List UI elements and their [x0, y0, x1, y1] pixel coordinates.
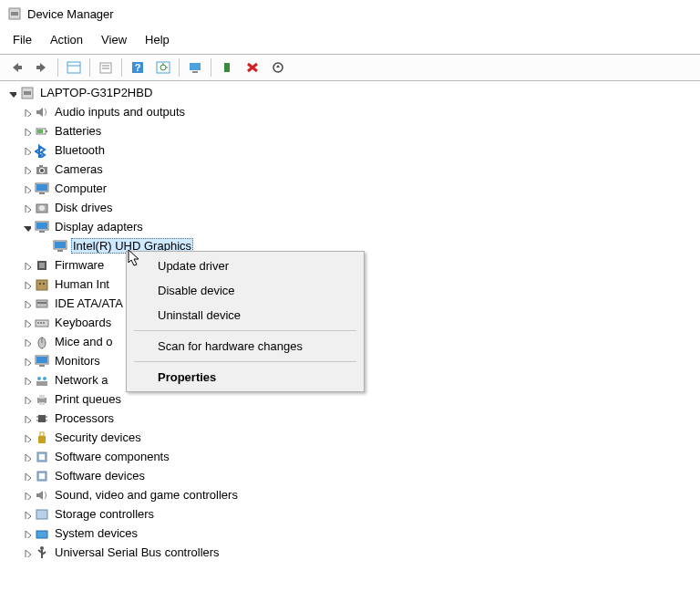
category-label[interactable]: Monitors: [53, 353, 102, 368]
tree-category[interactable]: Audio inputs and outputs: [5, 102, 700, 121]
context-uninstall-device[interactable]: Uninstall device: [129, 303, 362, 327]
tree-category[interactable]: Cameras: [5, 160, 700, 179]
tree-category[interactable]: Universal Serial Bus controllers: [5, 543, 700, 562]
category-label[interactable]: Human Int: [53, 276, 111, 292]
category-label[interactable]: Audio inputs and outputs: [53, 104, 187, 119]
category-label[interactable]: Sound, video and game controllers: [53, 487, 240, 503]
category-label[interactable]: Universal Serial Bus controllers: [53, 545, 221, 560]
enable-device-button[interactable]: [214, 57, 240, 78]
tree-root[interactable]: LAPTOP-G31P2HBD: [5, 83, 700, 102]
menu-action[interactable]: Action: [41, 31, 92, 48]
menu-view[interactable]: View: [92, 31, 136, 48]
expander-open-icon[interactable]: [20, 223, 33, 232]
root-label[interactable]: LAPTOP-G31P2HBD: [38, 85, 154, 100]
category-label[interactable]: Processors: [53, 410, 116, 426]
expander-closed-icon[interactable]: [20, 165, 33, 174]
category-label[interactable]: Mice and o: [53, 334, 115, 349]
svg-rect-62: [190, 63, 201, 70]
tree-category[interactable]: Storage controllers: [5, 504, 700, 524]
tree-category[interactable]: Sound, video and game controllers: [5, 485, 700, 504]
expander-closed-icon[interactable]: [20, 491, 33, 500]
device-tree[interactable]: LAPTOP-G31P2HBD Audio inputs and outputs…: [0, 81, 700, 562]
expander-closed-icon[interactable]: [20, 395, 33, 404]
category-label[interactable]: Network a: [53, 372, 110, 388]
context-update-driver[interactable]: Update driver: [129, 254, 362, 278]
software-icon: [35, 469, 49, 483]
uninstall-button[interactable]: [240, 57, 265, 78]
context-properties[interactable]: Properties: [129, 365, 362, 389]
expander-closed-icon[interactable]: [20, 146, 33, 155]
expander-closed-icon[interactable]: [20, 203, 33, 213]
category-label[interactable]: Cameras: [53, 161, 105, 177]
category-label[interactable]: Disk drives: [53, 200, 115, 215]
svg-rect-53: [67, 62, 80, 73]
hid-icon: [35, 277, 49, 292]
tree-category[interactable]: Computer: [5, 179, 700, 198]
tree-category[interactable]: Security devices: [5, 428, 700, 447]
network-icon: [35, 373, 49, 388]
tree-category[interactable]: Software devices: [5, 466, 700, 485]
computer-icon: [20, 86, 35, 100]
expander-closed-icon[interactable]: [20, 108, 33, 117]
category-label[interactable]: IDE ATA/ATA: [53, 296, 125, 311]
menu-help[interactable]: Help: [136, 31, 179, 48]
scan-button[interactable]: [150, 57, 176, 78]
scan-hardware-button[interactable]: [265, 57, 291, 78]
tree-category[interactable]: System devices: [5, 524, 700, 543]
expander-closed-icon[interactable]: [20, 318, 33, 327]
help-button[interactable]: ?: [125, 57, 150, 78]
expander-closed-icon[interactable]: [20, 357, 33, 366]
menubar: File Action View Help: [0, 27, 700, 54]
tree-category[interactable]: Print queues: [5, 389, 700, 409]
expander-closed-icon[interactable]: [20, 414, 33, 423]
security-icon: [35, 431, 49, 445]
expander-closed-icon[interactable]: [20, 127, 33, 136]
disk-icon: [35, 201, 49, 215]
cpu-icon: [35, 411, 49, 426]
expander-closed-icon[interactable]: [20, 452, 33, 462]
expander-closed-icon[interactable]: [20, 261, 33, 270]
expander-open-icon[interactable]: [5, 88, 18, 98]
expander-closed-icon[interactable]: [20, 472, 33, 481]
context-disable-device[interactable]: Disable device: [129, 278, 362, 303]
expander-closed-icon[interactable]: [20, 548, 33, 557]
category-label[interactable]: Print queues: [53, 391, 123, 407]
back-button[interactable]: [4, 57, 29, 78]
tree-category[interactable]: Batteries: [5, 121, 700, 140]
tree-category[interactable]: Software components: [5, 447, 700, 466]
category-label[interactable]: System devices: [53, 525, 139, 541]
expander-closed-icon[interactable]: [20, 184, 33, 193]
category-label[interactable]: Security devices: [53, 430, 143, 445]
expander-closed-icon[interactable]: [20, 529, 33, 538]
category-label[interactable]: Display adapters: [53, 219, 145, 234]
context-separator: [134, 330, 356, 331]
category-label[interactable]: Firmware: [53, 257, 106, 273]
tree-category[interactable]: Disk drives: [5, 198, 700, 217]
chip-icon: [35, 258, 49, 273]
expander-closed-icon[interactable]: [20, 280, 33, 289]
properties-button[interactable]: [93, 57, 118, 78]
category-label[interactable]: Software devices: [53, 468, 147, 483]
menu-file[interactable]: File: [4, 31, 41, 48]
mouse-icon: [35, 335, 49, 349]
category-label[interactable]: Software components: [53, 449, 171, 464]
category-label[interactable]: Bluetooth: [53, 142, 107, 158]
tree-category[interactable]: Processors: [5, 409, 700, 428]
tree-category[interactable]: Display adapters: [5, 217, 700, 236]
category-label[interactable]: Batteries: [53, 123, 103, 139]
expander-closed-icon[interactable]: [20, 433, 33, 442]
forward-button[interactable]: [29, 57, 55, 78]
category-label[interactable]: Computer: [53, 181, 108, 196]
context-scan-hardware[interactable]: Scan for hardware changes: [129, 334, 362, 358]
expander-closed-icon[interactable]: [20, 337, 33, 347]
tree-category[interactable]: Bluetooth: [5, 140, 700, 160]
expander-closed-icon[interactable]: [20, 376, 33, 385]
expander-closed-icon[interactable]: [20, 299, 33, 308]
keyboard-icon: [35, 316, 49, 330]
expander-closed-icon[interactable]: [20, 510, 33, 519]
show-hidden-button[interactable]: [61, 57, 87, 78]
update-driver-button[interactable]: [182, 57, 208, 78]
usb-icon: [35, 545, 49, 560]
category-label[interactable]: Keyboards: [53, 315, 113, 330]
category-label[interactable]: Storage controllers: [53, 506, 156, 522]
